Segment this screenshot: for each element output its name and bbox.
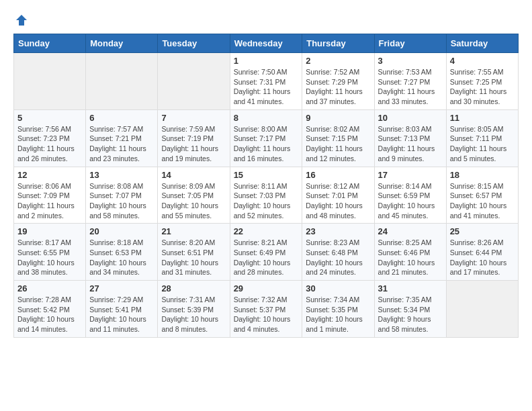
- calendar-cell: 14Sunrise: 8:09 AM Sunset: 7:05 PM Dayli…: [158, 167, 230, 224]
- day-number: 10: [378, 113, 443, 123]
- day-number: 31: [378, 283, 443, 293]
- calendar-cell: 19Sunrise: 8:17 AM Sunset: 6:55 PM Dayli…: [14, 224, 86, 281]
- day-number: 6: [89, 113, 154, 123]
- calendar-cell: 30Sunrise: 7:34 AM Sunset: 5:35 PM Dayli…: [302, 281, 374, 338]
- calendar-week-row: 19Sunrise: 8:17 AM Sunset: 6:55 PM Dayli…: [14, 224, 519, 281]
- calendar-cell: 1Sunrise: 7:50 AM Sunset: 7:31 PM Daylig…: [230, 53, 302, 110]
- logo-icon: [15, 13, 28, 27]
- day-number: 4: [450, 56, 515, 66]
- calendar-cell: 31Sunrise: 7:35 AM Sunset: 5:34 PM Dayli…: [374, 281, 446, 338]
- calendar-cell: 23Sunrise: 8:23 AM Sunset: 6:48 PM Dayli…: [302, 224, 374, 281]
- calendar-header-friday: Friday: [374, 34, 446, 53]
- day-number: 12: [17, 170, 82, 180]
- day-info: Sunrise: 8:26 AM Sunset: 6:44 PM Dayligh…: [450, 238, 515, 277]
- day-info: Sunrise: 7:50 AM Sunset: 7:31 PM Dayligh…: [234, 67, 299, 107]
- day-number: 23: [306, 226, 370, 236]
- calendar-header-saturday: Saturday: [446, 34, 518, 53]
- calendar-cell: 22Sunrise: 8:21 AM Sunset: 6:49 PM Dayli…: [230, 224, 302, 281]
- calendar-cell: 5Sunrise: 7:56 AM Sunset: 7:23 PM Daylig…: [14, 109, 86, 167]
- calendar-cell: 18Sunrise: 8:15 AM Sunset: 6:57 PM Dayli…: [446, 167, 518, 224]
- calendar-cell: [158, 53, 230, 110]
- day-number: 16: [306, 170, 370, 180]
- calendar-cell: 6Sunrise: 7:57 AM Sunset: 7:21 PM Daylig…: [86, 109, 158, 167]
- day-number: 1: [234, 56, 299, 66]
- calendar-cell: 3Sunrise: 7:53 AM Sunset: 7:27 PM Daylig…: [374, 53, 446, 110]
- day-number: 3: [378, 56, 443, 66]
- day-info: Sunrise: 7:56 AM Sunset: 7:23 PM Dayligh…: [17, 124, 82, 164]
- calendar-cell: 13Sunrise: 8:08 AM Sunset: 7:07 PM Dayli…: [86, 167, 158, 224]
- day-info: Sunrise: 8:15 AM Sunset: 6:57 PM Dayligh…: [450, 181, 515, 221]
- day-info: Sunrise: 8:18 AM Sunset: 6:53 PM Dayligh…: [89, 238, 154, 277]
- day-info: Sunrise: 7:31 AM Sunset: 5:39 PM Dayligh…: [161, 295, 226, 334]
- calendar-week-row: 26Sunrise: 7:28 AM Sunset: 5:42 PM Dayli…: [14, 281, 519, 338]
- calendar-cell: 24Sunrise: 8:25 AM Sunset: 6:46 PM Dayli…: [374, 224, 446, 281]
- calendar-header-tuesday: Tuesday: [158, 34, 230, 53]
- day-info: Sunrise: 7:59 AM Sunset: 7:19 PM Dayligh…: [161, 124, 226, 164]
- calendar-header-thursday: Thursday: [302, 34, 374, 53]
- calendar-cell: 2Sunrise: 7:52 AM Sunset: 7:29 PM Daylig…: [302, 53, 374, 110]
- day-info: Sunrise: 8:06 AM Sunset: 7:09 PM Dayligh…: [17, 181, 82, 221]
- day-number: 20: [89, 226, 154, 236]
- calendar-cell: 15Sunrise: 8:11 AM Sunset: 7:03 PM Dayli…: [230, 167, 302, 224]
- calendar-header-row: SundayMondayTuesdayWednesdayThursdayFrid…: [14, 34, 519, 53]
- day-number: 9: [306, 113, 370, 123]
- calendar-cell: 9Sunrise: 8:02 AM Sunset: 7:15 PM Daylig…: [302, 109, 374, 167]
- calendar-header-monday: Monday: [86, 34, 158, 53]
- page-header: [13, 13, 519, 27]
- day-info: Sunrise: 8:05 AM Sunset: 7:11 PM Dayligh…: [450, 124, 515, 164]
- day-info: Sunrise: 7:35 AM Sunset: 5:34 PM Dayligh…: [378, 295, 443, 334]
- day-info: Sunrise: 7:28 AM Sunset: 5:42 PM Dayligh…: [17, 295, 82, 334]
- calendar-cell: 26Sunrise: 7:28 AM Sunset: 5:42 PM Dayli…: [14, 281, 86, 338]
- day-number: 8: [234, 113, 299, 123]
- calendar-cell: [14, 53, 86, 110]
- calendar-cell: 17Sunrise: 8:14 AM Sunset: 6:59 PM Dayli…: [374, 167, 446, 224]
- day-number: 19: [17, 226, 82, 236]
- day-info: Sunrise: 8:25 AM Sunset: 6:46 PM Dayligh…: [378, 238, 443, 277]
- day-number: 15: [234, 170, 299, 180]
- calendar-week-row: 1Sunrise: 7:50 AM Sunset: 7:31 PM Daylig…: [14, 53, 519, 110]
- day-info: Sunrise: 7:29 AM Sunset: 5:41 PM Dayligh…: [89, 295, 154, 334]
- calendar-cell: 4Sunrise: 7:55 AM Sunset: 7:25 PM Daylig…: [446, 53, 518, 110]
- calendar-cell: [446, 281, 518, 338]
- day-number: 5: [17, 113, 82, 123]
- calendar-cell: 20Sunrise: 8:18 AM Sunset: 6:53 PM Dayli…: [86, 224, 158, 281]
- day-info: Sunrise: 8:11 AM Sunset: 7:03 PM Dayligh…: [234, 181, 299, 221]
- day-info: Sunrise: 7:32 AM Sunset: 5:37 PM Dayligh…: [234, 295, 299, 334]
- calendar-cell: 12Sunrise: 8:06 AM Sunset: 7:09 PM Dayli…: [14, 167, 86, 224]
- day-info: Sunrise: 8:00 AM Sunset: 7:17 PM Dayligh…: [234, 124, 299, 164]
- day-info: Sunrise: 8:12 AM Sunset: 7:01 PM Dayligh…: [306, 181, 370, 221]
- logo: [13, 13, 28, 27]
- calendar-table: SundayMondayTuesdayWednesdayThursdayFrid…: [13, 34, 519, 338]
- calendar-week-row: 5Sunrise: 7:56 AM Sunset: 7:23 PM Daylig…: [14, 109, 519, 167]
- day-number: 14: [161, 170, 226, 180]
- calendar-cell: 11Sunrise: 8:05 AM Sunset: 7:11 PM Dayli…: [446, 109, 518, 167]
- calendar-cell: 10Sunrise: 8:03 AM Sunset: 7:13 PM Dayli…: [374, 109, 446, 167]
- calendar-week-row: 12Sunrise: 8:06 AM Sunset: 7:09 PM Dayli…: [14, 167, 519, 224]
- day-info: Sunrise: 8:03 AM Sunset: 7:13 PM Dayligh…: [378, 124, 443, 164]
- svg-marker-0: [16, 15, 27, 26]
- calendar-header-wednesday: Wednesday: [230, 34, 302, 53]
- day-info: Sunrise: 8:17 AM Sunset: 6:55 PM Dayligh…: [17, 238, 82, 277]
- day-info: Sunrise: 8:21 AM Sunset: 6:49 PM Dayligh…: [234, 238, 299, 277]
- day-info: Sunrise: 8:20 AM Sunset: 6:51 PM Dayligh…: [161, 238, 226, 277]
- day-number: 24: [378, 226, 443, 236]
- day-info: Sunrise: 8:14 AM Sunset: 6:59 PM Dayligh…: [378, 181, 443, 221]
- day-number: 2: [306, 56, 370, 66]
- calendar-cell: 27Sunrise: 7:29 AM Sunset: 5:41 PM Dayli…: [86, 281, 158, 338]
- day-number: 25: [450, 226, 515, 236]
- calendar-cell: 16Sunrise: 8:12 AM Sunset: 7:01 PM Dayli…: [302, 167, 374, 224]
- calendar-cell: 8Sunrise: 8:00 AM Sunset: 7:17 PM Daylig…: [230, 109, 302, 167]
- day-number: 21: [161, 226, 226, 236]
- day-number: 26: [17, 283, 82, 293]
- day-info: Sunrise: 8:23 AM Sunset: 6:48 PM Dayligh…: [306, 238, 370, 277]
- day-number: 28: [161, 283, 226, 293]
- calendar-cell: [86, 53, 158, 110]
- calendar-cell: 21Sunrise: 8:20 AM Sunset: 6:51 PM Dayli…: [158, 224, 230, 281]
- calendar-cell: 28Sunrise: 7:31 AM Sunset: 5:39 PM Dayli…: [158, 281, 230, 338]
- day-info: Sunrise: 7:57 AM Sunset: 7:21 PM Dayligh…: [89, 124, 154, 164]
- day-info: Sunrise: 8:09 AM Sunset: 7:05 PM Dayligh…: [161, 181, 226, 221]
- day-number: 18: [450, 170, 515, 180]
- day-number: 7: [161, 113, 226, 123]
- day-info: Sunrise: 8:08 AM Sunset: 7:07 PM Dayligh…: [89, 181, 154, 221]
- day-info: Sunrise: 7:52 AM Sunset: 7:29 PM Dayligh…: [306, 67, 370, 107]
